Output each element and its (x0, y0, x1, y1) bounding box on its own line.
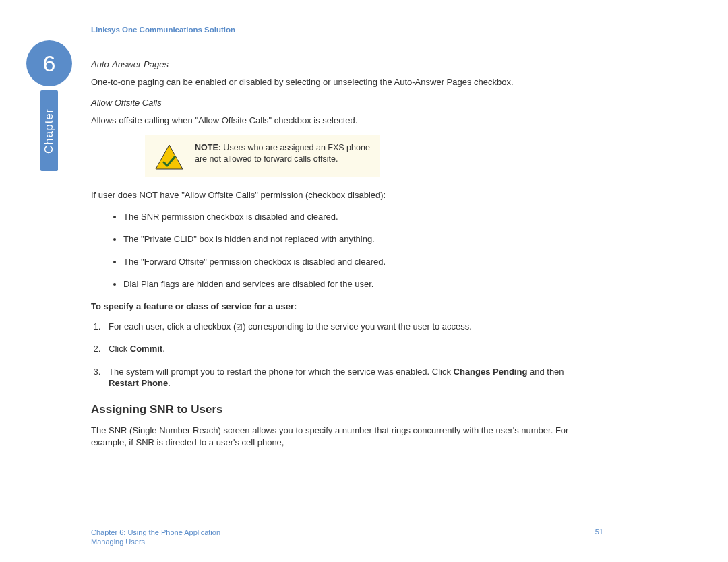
step-text: . (162, 344, 165, 354)
specify-title: To specify a feature or class of service… (91, 301, 603, 311)
section-snr-title: Assigning SNR to Users (91, 403, 603, 416)
footer-section: Managing Users (91, 537, 220, 547)
section-snr-body: The SNR (Single Number Reach) screen all… (91, 425, 583, 448)
note-body: Users who are assigned an FXS phone are … (195, 143, 370, 164)
step-text: and then (527, 367, 564, 377)
page-number: 51 (595, 528, 603, 547)
section-auto-answer-body: One-to-one paging can be enabled or disa… (91, 76, 583, 88)
list-item: The "Forward Offsite" permission checkbo… (123, 256, 603, 268)
step-item: Click Commit. (103, 343, 580, 355)
chapter-number: 6 (43, 51, 56, 77)
note-label: NOTE: (195, 143, 221, 152)
no-permission-intro: If user does NOT have "Allow Offsite Cal… (91, 189, 583, 201)
list-item: The "Private CLID" box is hidden and not… (123, 233, 603, 245)
chapter-label: Chapter (40, 90, 58, 171)
page-footer: Chapter 6: Using the Phone Application M… (91, 528, 603, 547)
permission-bullets: The SNR permission checkbox is disabled … (91, 211, 603, 290)
list-item: The SNR permission checkbox is disabled … (123, 211, 603, 223)
chapter-tab: 6 Chapter (26, 40, 72, 182)
page-content: Linksys One Communications Solution Auto… (91, 26, 603, 458)
step-text: ) corresponding to the service you want … (243, 321, 472, 332)
chapter-number-badge: 6 (26, 40, 72, 86)
note-block: NOTE: Users who are assigned an FXS phon… (145, 135, 380, 177)
document-header: Linksys One Communications Solution (91, 26, 603, 34)
note-text: NOTE: Users who are assigned an FXS phon… (195, 142, 370, 165)
section-auto-answer-title: Auto-Answer Pages (91, 59, 603, 69)
step-bold: Restart Phone (109, 378, 168, 388)
footer-chapter: Chapter 6: Using the Phone Application (91, 528, 220, 537)
step-bold: Commit (130, 344, 162, 354)
svg-marker-0 (156, 145, 183, 169)
step-text: The system will prompt you to restart th… (109, 367, 454, 377)
section-allow-offsite-body: Allows offsite calling when "Allow Offsi… (91, 115, 583, 127)
step-text: Click (109, 344, 130, 354)
checkbox-icon: ☑ (236, 323, 243, 331)
step-item: The system will prompt you to restart th… (103, 366, 580, 389)
footer-left: Chapter 6: Using the Phone Application M… (91, 528, 220, 547)
step-item: For each user, click a checkbox (☑) corr… (103, 321, 580, 333)
step-text: . (168, 378, 171, 388)
list-item: Dial Plan flags are hidden and services … (123, 278, 603, 290)
section-allow-offsite-title: Allow Offsite Calls (91, 98, 603, 108)
step-bold: Changes Pending (454, 367, 528, 377)
warning-icon (154, 144, 184, 170)
steps-list: For each user, click a checkbox (☑) corr… (91, 321, 603, 389)
step-text: For each user, click a checkbox ( (109, 321, 236, 332)
